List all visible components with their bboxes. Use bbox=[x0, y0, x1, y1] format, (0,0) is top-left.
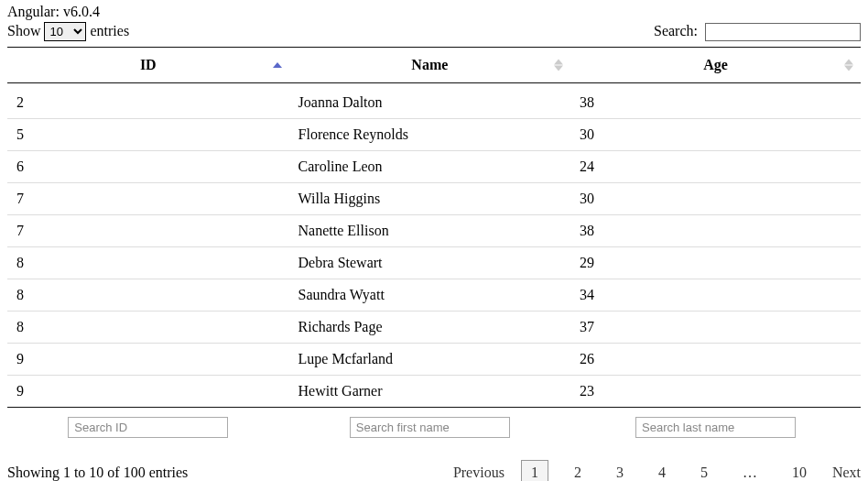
cell-age: 34 bbox=[570, 279, 861, 312]
cell-id: 7 bbox=[7, 215, 289, 247]
cell-id: 8 bbox=[7, 312, 289, 344]
cell-id: 7 bbox=[7, 183, 289, 215]
page-ellipsis: … bbox=[733, 461, 766, 481]
cell-age: 37 bbox=[570, 312, 861, 344]
pagination: Previous 12345…10 Next bbox=[453, 460, 861, 481]
page-4[interactable]: 4 bbox=[649, 461, 675, 481]
cell-name: Debra Stewart bbox=[289, 247, 571, 279]
cell-age: 26 bbox=[570, 344, 861, 376]
table-row: 2Joanna Dalton38 bbox=[7, 83, 861, 119]
cell-id: 9 bbox=[7, 376, 289, 408]
cell-name: Caroline Leon bbox=[289, 151, 571, 183]
column-title: Name bbox=[411, 57, 448, 72]
table-row: 7Nanette Ellison38 bbox=[7, 215, 861, 247]
cell-id: 5 bbox=[7, 119, 289, 151]
column-filter-age[interactable] bbox=[635, 417, 796, 438]
cell-name: Richards Page bbox=[289, 312, 571, 344]
cell-age: 38 bbox=[570, 83, 861, 119]
cell-id: 2 bbox=[7, 83, 289, 119]
column-filter-name[interactable] bbox=[350, 417, 510, 438]
column-header-id[interactable]: ID bbox=[7, 48, 289, 83]
global-search: Search: bbox=[654, 23, 861, 41]
cell-name: Lupe Mcfarland bbox=[289, 344, 571, 376]
cell-id: 9 bbox=[7, 344, 289, 376]
cell-age: 23 bbox=[570, 376, 861, 408]
cell-name: Saundra Wyatt bbox=[289, 279, 571, 312]
column-filter-id[interactable] bbox=[68, 417, 228, 438]
cell-id: 8 bbox=[7, 279, 289, 312]
cell-name: Willa Higgins bbox=[289, 183, 571, 215]
previous-button[interactable]: Previous bbox=[453, 465, 505, 481]
data-table: IDNameAge 2Joanna Dalton385Florence Reyn… bbox=[7, 47, 861, 447]
length-prefix: Show bbox=[7, 23, 40, 38]
cell-age: 29 bbox=[570, 247, 861, 279]
table-row: 8Saundra Wyatt34 bbox=[7, 279, 861, 312]
page-3[interactable]: 3 bbox=[607, 461, 633, 481]
search-label: Search: bbox=[654, 23, 698, 38]
table-info: Showing 1 to 10 of 100 entries bbox=[7, 465, 188, 481]
page-5[interactable]: 5 bbox=[691, 461, 717, 481]
table-row: 5Florence Reynolds30 bbox=[7, 119, 861, 151]
length-control: Show 102550100 entries bbox=[7, 22, 129, 41]
cell-age: 24 bbox=[570, 151, 861, 183]
page-10[interactable]: 10 bbox=[783, 461, 816, 481]
table-row: 9Lupe Mcfarland26 bbox=[7, 344, 861, 376]
length-select[interactable]: 102550100 bbox=[44, 22, 86, 41]
page-1[interactable]: 1 bbox=[521, 460, 548, 481]
cell-id: 8 bbox=[7, 247, 289, 279]
cell-name: Joanna Dalton bbox=[289, 83, 571, 119]
column-header-age[interactable]: Age bbox=[570, 48, 861, 83]
cell-name: Hewitt Garner bbox=[289, 376, 571, 408]
table-row: 6Caroline Leon24 bbox=[7, 151, 861, 183]
table-row: 9Hewitt Garner23 bbox=[7, 376, 861, 408]
column-title: Age bbox=[703, 57, 728, 72]
table-row: 8Richards Page37 bbox=[7, 312, 861, 344]
table-row: 8Debra Stewart29 bbox=[7, 247, 861, 279]
cell-name: Nanette Ellison bbox=[289, 215, 571, 247]
cell-id: 6 bbox=[7, 151, 289, 183]
page-2[interactable]: 2 bbox=[565, 461, 591, 481]
sort-icon bbox=[273, 62, 282, 68]
next-button[interactable]: Next bbox=[832, 465, 861, 481]
column-title: ID bbox=[140, 57, 157, 72]
table-row: 7Willa Higgins30 bbox=[7, 183, 861, 215]
column-header-name[interactable]: Name bbox=[289, 48, 571, 83]
length-suffix: entries bbox=[90, 23, 129, 38]
app-version: Angular: v6.0.4 bbox=[7, 4, 861, 20]
cell-age: 38 bbox=[570, 215, 861, 247]
cell-age: 30 bbox=[570, 183, 861, 215]
cell-name: Florence Reynolds bbox=[289, 119, 571, 151]
cell-age: 30 bbox=[570, 119, 861, 151]
search-input[interactable] bbox=[705, 23, 861, 41]
sort-icon bbox=[554, 60, 563, 71]
sort-icon bbox=[844, 60, 853, 71]
